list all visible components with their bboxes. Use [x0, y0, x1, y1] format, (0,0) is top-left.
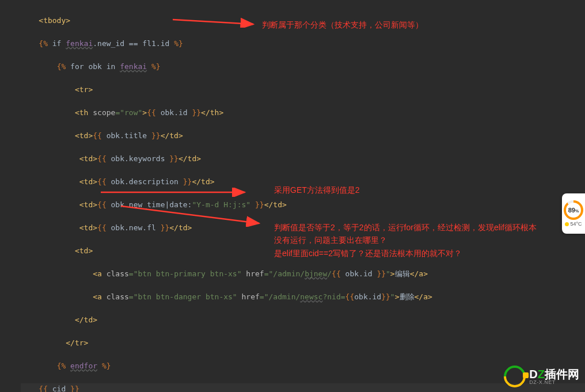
str: "Y-m-d H:j:s" — [192, 200, 250, 209]
tmpl: }} — [161, 223, 170, 232]
tag-close: </a> — [415, 292, 432, 301]
tag-close: </td> — [178, 154, 201, 163]
str: "btn btn-danger btn-xs" — [134, 292, 237, 301]
str: "/admin/ — [264, 292, 301, 301]
attr: class — [107, 269, 129, 278]
tag-close: </tr> — [66, 338, 88, 347]
tmpl: }} — [169, 154, 178, 163]
tmpl: }} — [183, 177, 192, 186]
tag-close: </a> — [410, 269, 428, 278]
code-line[interactable]: {% endfor %} — [21, 360, 585, 372]
tag-close: </td> — [161, 131, 183, 140]
str: " — [386, 269, 390, 278]
kw-endfor: endfor — [70, 361, 97, 370]
tag-td: <td> — [75, 131, 93, 140]
expr: obk.id — [341, 269, 377, 278]
code-line[interactable]: <td>{{ obk.new_time|date:"Y-m-d H:j:s" }… — [21, 199, 585, 211]
brand-title: DZ插件网 — [529, 368, 579, 380]
str: "row" — [120, 108, 142, 117]
var-cid: cid — [48, 385, 70, 392]
tmpl: {{ — [97, 223, 107, 232]
score-value: 89% — [568, 207, 579, 214]
tag: <tbody> — [39, 16, 70, 25]
expr: .new_id == fl1.id — [93, 39, 174, 48]
tmpl: {{ — [93, 131, 102, 140]
var-fenkai: fenkai — [66, 39, 93, 48]
code-line[interactable]: <tbody> — [21, 15, 585, 26]
eq: = — [129, 292, 134, 301]
gt: > — [390, 269, 395, 278]
code-editor[interactable]: <tbody> {% if fenkai.new_id == fl1.id %}… — [0, 0, 585, 392]
code-line[interactable]: <th scope="row">{{ obk.id }}</th> — [21, 107, 585, 119]
tag-close: </td> — [75, 315, 97, 324]
text-delete: 删除 — [400, 292, 415, 301]
code-line[interactable]: <a class="btn btn-danger btn-xs" href="/… — [21, 291, 585, 303]
tag-a: <a — [93, 269, 106, 278]
sp — [97, 361, 102, 370]
sun-icon — [565, 222, 569, 226]
code-line[interactable]: <td>{{ obk.title }}</td> — [21, 130, 585, 142]
tag-a: <a — [93, 292, 106, 301]
code-line-highlighted[interactable]: {{ cid }} — [21, 383, 585, 392]
tmpl: {{ — [345, 292, 355, 301]
code-line[interactable]: </td> — [21, 314, 585, 326]
code-line[interactable]: {% if fenkai.new_id == fl1.id %} — [21, 38, 585, 50]
expr: obk.new.fl — [107, 223, 161, 232]
tag-td: <td> — [79, 200, 97, 209]
code-line[interactable]: <td> — [21, 245, 585, 257]
tag-td: <td> — [75, 246, 93, 255]
tmpl: {{ — [332, 269, 341, 278]
expr: obk.title — [102, 131, 151, 140]
brand-logo-icon — [499, 361, 530, 392]
tmpl: %} — [102, 361, 111, 370]
tmpl-delim: {% — [39, 39, 48, 48]
tmpl-delim: {% — [57, 62, 66, 71]
gt: > — [142, 108, 147, 117]
tmpl-delim: %} — [174, 39, 183, 48]
str: " — [390, 292, 395, 301]
str: "btn btn-primary btn-xs" — [134, 269, 242, 278]
attr: class — [107, 292, 129, 301]
code-line[interactable]: <td>{{ obk.description }}</td> — [21, 176, 585, 188]
sp — [66, 361, 70, 370]
tag-th: <th — [75, 108, 93, 117]
sp — [237, 292, 242, 301]
score-ring-icon: 89% — [564, 200, 583, 220]
tmpl: }} — [70, 385, 79, 392]
code-line[interactable]: <a class="btn btn-primary btn-xs" href="… — [21, 268, 585, 280]
code-line[interactable]: <tr> — [21, 84, 585, 96]
tmpl: {{ — [39, 385, 48, 392]
kw-if: if — [48, 39, 66, 48]
temperature: 54°C — [565, 221, 582, 227]
tag-close: </td> — [169, 223, 192, 232]
attr: href — [246, 269, 264, 278]
eq: = — [129, 269, 134, 278]
tmpl: {{ — [97, 177, 107, 186]
expr: obk.description — [107, 177, 183, 186]
tmpl: }} — [192, 108, 201, 117]
tmpl: }} — [255, 200, 264, 209]
tmpl-delim: %} — [151, 62, 161, 71]
code-line[interactable]: {% for obk in fenkai %} — [21, 61, 585, 73]
weather-widget[interactable]: 89% 54°C — [562, 193, 585, 234]
attr: href — [242, 292, 260, 301]
sp — [147, 62, 151, 71]
tmpl: {{ — [97, 154, 107, 163]
code-line[interactable]: <td>{{ obk.new.fl }}</td> — [21, 222, 585, 234]
var-fenkai: fenkai — [120, 62, 147, 71]
gt: > — [395, 292, 400, 301]
tmpl: {% — [57, 361, 66, 370]
eq: = — [264, 269, 269, 278]
tag-td: <td> — [79, 177, 97, 186]
tag-close: </th> — [201, 108, 223, 117]
brand-watermark: DZ插件网 DZ-X.NET — [504, 366, 579, 387]
text-edit: 编辑 — [395, 269, 410, 278]
expr: obk.keywords — [107, 154, 170, 163]
tmpl: }} — [151, 131, 161, 140]
expr: obk.id — [156, 108, 192, 117]
tmpl: }} — [377, 269, 386, 278]
tmpl: {{ — [97, 200, 107, 209]
code-line[interactable]: <td>{{ obk.keywords }}</td> — [21, 153, 585, 165]
code-line[interactable]: </tr> — [21, 337, 585, 349]
kw-for: for obk in — [66, 62, 120, 71]
